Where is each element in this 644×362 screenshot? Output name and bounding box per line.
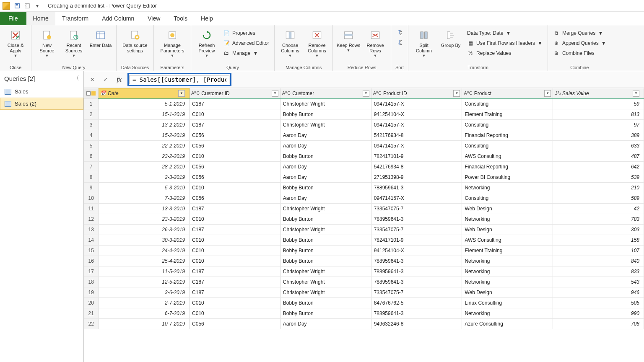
row-number[interactable]: 8	[84, 172, 99, 183]
table-row[interactable]: 1625-4-2019C010Bobby Burton788959641-3Ne…	[84, 256, 644, 266]
cell[interactable]: 788959641-3	[371, 183, 462, 193]
cell[interactable]: 782417101-9	[371, 151, 462, 162]
fx-icon[interactable]: fx	[114, 76, 124, 83]
row-number[interactable]: 22	[84, 319, 99, 329]
cell[interactable]: 733547075-7	[371, 287, 462, 298]
cell[interactable]: 5-1-2019	[99, 99, 190, 109]
cell[interactable]: 788959641-3	[371, 214, 462, 225]
cell[interactable]: 782417101-9	[371, 235, 462, 246]
append-queries-button[interactable]: ⊕Append Queries ▼	[551, 39, 608, 48]
cell[interactable]: 813	[553, 109, 644, 120]
cell[interactable]: 733547075-7	[371, 225, 462, 235]
column-header[interactable]: AᴮCCustomer▼	[280, 88, 371, 99]
cell[interactable]: 3-6-2019	[99, 287, 190, 298]
cell[interactable]: 59	[553, 99, 644, 109]
tab-home[interactable]: Home	[26, 12, 55, 25]
cell[interactable]: 15-1-2019	[99, 109, 190, 120]
tab-view[interactable]: View	[141, 12, 167, 25]
cell[interactable]: 5-3-2019	[99, 183, 190, 193]
cell[interactable]: Networking	[462, 214, 553, 225]
cell[interactable]: 941254104-X	[371, 246, 462, 256]
cell[interactable]: 539	[553, 172, 644, 183]
cell[interactable]: Christopher Wright	[280, 120, 371, 130]
cell[interactable]: Christopher Wright	[280, 99, 371, 109]
cell[interactable]: Christopher Wright	[280, 266, 371, 277]
column-header[interactable]: AᴮCCustomer ID▼	[190, 88, 280, 99]
row-number[interactable]: 3	[84, 120, 99, 130]
cell[interactable]: Bobby Burton	[280, 308, 371, 319]
cell[interactable]: Financial Reporting	[462, 130, 553, 141]
qat-undo-button[interactable]	[23, 1, 32, 10]
table-row[interactable]: 1524-4-2019C010Bobby Burton941254104-XEl…	[84, 246, 644, 256]
cell[interactable]: C056	[190, 193, 280, 204]
cell[interactable]: C010	[190, 308, 280, 319]
cell[interactable]: Web Design	[462, 225, 553, 235]
cell[interactable]: 12-5-2019	[99, 277, 190, 287]
cell[interactable]: Bobby Burton	[280, 151, 371, 162]
row-number[interactable]: 21	[84, 308, 99, 319]
cell[interactable]: C010	[190, 298, 280, 308]
table-row[interactable]: 2210-7-2019C056Aaron Day949632246-8Azure…	[84, 319, 644, 329]
replace-values-button[interactable]: ½Replace Values	[465, 49, 544, 58]
cell[interactable]: C056	[190, 162, 280, 172]
formula-cancel-button[interactable]: ✕	[87, 75, 97, 85]
cell[interactable]: Networking	[462, 277, 553, 287]
cell[interactable]: C056	[190, 141, 280, 151]
cell[interactable]: 107	[553, 246, 644, 256]
table-row[interactable]: 623-2-2019C010Bobby Burton782417101-9AWS…	[84, 151, 644, 162]
column-header[interactable]: AᴮCProduct ID▼	[371, 88, 462, 99]
table-row[interactable]: 107-3-2019C056Aaron Day094714157-XConsul…	[84, 193, 644, 204]
table-row[interactable]: 95-3-2019C010Bobby Burton788959641-3Netw…	[84, 183, 644, 193]
cell[interactable]: Azure Consulting	[462, 319, 553, 329]
row-number[interactable]: 11	[84, 204, 99, 214]
cell[interactable]: 788959641-3	[371, 308, 462, 319]
cell[interactable]: Element Training	[462, 246, 553, 256]
cell[interactable]: C187	[190, 277, 280, 287]
row-number[interactable]: 9	[84, 183, 99, 193]
cell[interactable]: 26-3-2019	[99, 225, 190, 235]
table-row[interactable]: 202-7-2019C010Bobby Burton847676762-5Lin…	[84, 298, 644, 308]
cell[interactable]: C187	[190, 204, 280, 214]
query-item-sales[interactable]: Sales	[0, 85, 83, 98]
row-number[interactable]: 5	[84, 141, 99, 151]
table-row[interactable]: 1430-3-2019C010Bobby Burton782417101-9AW…	[84, 235, 644, 246]
row-number[interactable]: 14	[84, 235, 99, 246]
cell[interactable]: Aaron Day	[280, 130, 371, 141]
filter-dropdown-icon[interactable]: ▼	[363, 90, 369, 97]
cell[interactable]: Christopher Wright	[280, 277, 371, 287]
cell[interactable]: 941254104-X	[371, 109, 462, 120]
cell[interactable]: 706	[553, 319, 644, 329]
row-number[interactable]: 17	[84, 266, 99, 277]
formula-commit-button[interactable]: ✓	[101, 75, 111, 85]
cell[interactable]: Element Training	[462, 109, 553, 120]
properties-button[interactable]: 📄Properties	[221, 28, 271, 38]
formula-input[interactable]	[130, 75, 229, 84]
cell[interactable]: 733547075-7	[371, 204, 462, 214]
cell[interactable]: Christopher Wright	[280, 204, 371, 214]
remove-columns-button[interactable]: Remove Columns▼	[305, 27, 329, 58]
refresh-preview-button[interactable]: Refresh Preview▼	[195, 27, 219, 58]
cell[interactable]: 833	[553, 266, 644, 277]
row-number[interactable]: 1	[84, 99, 99, 109]
cell[interactable]: 543	[553, 277, 644, 287]
cell[interactable]: Power BI Consulting	[462, 172, 553, 183]
qat-dropdown[interactable]: ▾	[33, 1, 42, 10]
sort-desc-button[interactable]: ZA	[395, 38, 405, 47]
recent-sources-button[interactable]: Recent Sources▼	[62, 27, 86, 58]
cell[interactable]: C056	[190, 319, 280, 329]
cell[interactable]: Christopher Wright	[280, 287, 371, 298]
cell[interactable]: Networking	[462, 308, 553, 319]
cell[interactable]: 30-3-2019	[99, 235, 190, 246]
table-row[interactable]: 313-2-2019C187Christopher Wright09471415…	[84, 120, 644, 130]
cell[interactable]: Bobby Burton	[280, 109, 371, 120]
cell[interactable]: 589	[553, 193, 644, 204]
cell[interactable]: Bobby Burton	[280, 183, 371, 193]
combine-files-button[interactable]: 🗎Combine Files	[551, 49, 608, 58]
cell[interactable]: Networking	[462, 266, 553, 277]
tab-add-column[interactable]: Add Column	[95, 12, 141, 25]
cell[interactable]: 094714157-X	[371, 193, 462, 204]
column-header[interactable]: 📅Date▼	[99, 88, 190, 99]
cell[interactable]: Aaron Day	[280, 193, 371, 204]
cell[interactable]: Bobby Burton	[280, 298, 371, 308]
cell[interactable]: 15-2-2019	[99, 130, 190, 141]
